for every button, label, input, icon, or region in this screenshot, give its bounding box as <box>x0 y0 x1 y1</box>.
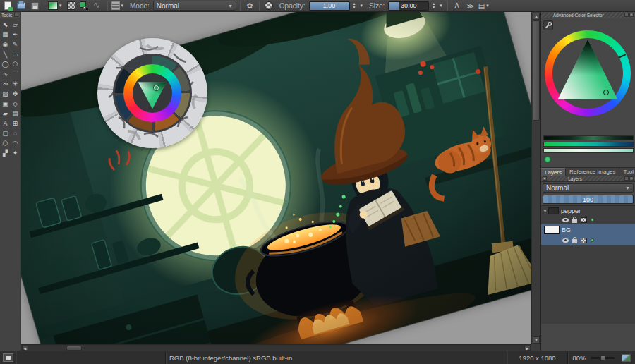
expand-group-icon[interactable]: ▾ <box>544 208 546 213</box>
float-docker-icon[interactable] <box>624 176 629 181</box>
workspace-chooser-button[interactable]: ▤▾ <box>478 1 490 11</box>
tool-freehand-brush[interactable]: ✎ <box>11 40 20 49</box>
tool-polyline[interactable]: ∿ <box>1 69 10 78</box>
toolbox-titlebar[interactable]: Tools <box>0 12 20 18</box>
open-document-button[interactable] <box>16 1 27 11</box>
layer-lock-icon[interactable] <box>572 219 577 223</box>
close-docker-icon[interactable]: ✕ <box>629 13 634 17</box>
layer-opacity-slider[interactable]: 100 <box>543 195 634 204</box>
color-selector-settings-button[interactable] <box>543 20 553 30</box>
tool-outline-select[interactable]: ◠ <box>11 138 20 147</box>
wrap-around-icon: ≫ <box>466 2 473 10</box>
wrap-around-mode-button[interactable]: ≫ <box>465 1 476 11</box>
layer-blending-mode-combobox[interactable]: Normal ▼ <box>543 183 634 193</box>
tool-ellipse-select[interactable]: ◌ <box>11 128 20 138</box>
tool-edit-shapes[interactable]: ▱ <box>11 20 20 29</box>
layer-row-pepper[interactable]: ▾ pepper <box>541 206 635 215</box>
brush-preset-icon <box>111 1 120 10</box>
layer-visibility-icon[interactable] <box>562 218 569 222</box>
collapse-docker-icon[interactable]: ▴ <box>543 176 547 181</box>
edit-brush-settings-button[interactable]: ▾ <box>111 1 126 11</box>
layer-visibility-icon[interactable] <box>562 238 569 243</box>
layer-alpha-icon[interactable] <box>581 217 587 223</box>
tool-select-shapes[interactable]: ⬉ <box>1 20 10 29</box>
float-docker-icon[interactable] <box>624 13 629 17</box>
last-used-color-button[interactable] <box>544 156 551 163</box>
scroll-right-icon[interactable]: ▶ <box>524 346 531 351</box>
pattern-chooser-button[interactable] <box>66 1 77 11</box>
fg-bg-color-button[interactable] <box>79 1 90 11</box>
sv-marker[interactable] <box>603 90 609 95</box>
chevron-down-icon[interactable]: ▾ <box>358 3 364 8</box>
tool-gradient[interactable]: ▤ <box>11 109 20 118</box>
vertical-scrollbar[interactable]: ▲ ▼ <box>531 12 540 344</box>
tool-perspective-grid[interactable]: ◇ <box>11 99 20 108</box>
tool-bezier-curve[interactable]: ⌒ <box>11 69 20 78</box>
layer-blend-value: Normal <box>546 184 569 192</box>
shade-strip-saturated[interactable] <box>543 142 634 147</box>
tab-tool-options[interactable]: Tool Options <box>619 168 635 176</box>
zoom-slider[interactable] <box>591 357 615 359</box>
advanced-color-selector-titlebar[interactable]: Advanced Color Selector ✕ <box>541 12 635 18</box>
tool-assistants[interactable]: ⊞ <box>11 119 20 128</box>
tool-crop[interactable]: ▣ <box>1 99 10 108</box>
layer-row-bg[interactable]: BG <box>541 224 635 245</box>
size-spinner[interactable]: ▲▼ <box>431 2 436 9</box>
tool-multibrush[interactable]: ✳ <box>11 79 20 88</box>
layer-thumbnail <box>544 226 560 234</box>
preserve-alpha-button[interactable] <box>263 1 274 11</box>
size-slider[interactable]: 30.00 <box>388 1 429 11</box>
palette-sv-triangle[interactable] <box>135 78 169 110</box>
tool-polygon-select[interactable]: ⬡ <box>1 138 10 147</box>
tool-freehand-path[interactable]: ∾ <box>1 79 10 88</box>
tool-polygon[interactable]: ⬠ <box>11 59 20 68</box>
vertical-scroll-thumb[interactable] <box>533 20 540 121</box>
float-docker-icon[interactable] <box>14 13 18 17</box>
selection-indicator-icon[interactable] <box>3 353 13 362</box>
layers-titlebar[interactable]: ▴ Layers ✕ <box>541 176 635 182</box>
scroll-down-icon[interactable]: ▼ <box>533 336 540 344</box>
opacity-label: Opacity: <box>279 2 306 10</box>
horizontal-scrollbar[interactable]: ◀ ▶ <box>21 344 531 351</box>
tool-rect-select[interactable]: ▢ <box>1 128 10 138</box>
gradient-chooser-button[interactable]: ▾ <box>48 1 64 11</box>
canvas-area[interactable] <box>21 12 531 344</box>
tool-contiguous-select[interactable]: ▞ <box>1 148 10 157</box>
tool-color-sampler[interactable]: ◉ <box>1 40 10 49</box>
color-wheel[interactable] <box>545 30 631 116</box>
scroll-up-icon[interactable]: ▲ <box>533 13 540 20</box>
tab-reference-images[interactable]: Reference Images <box>566 168 619 176</box>
palette-color-marker[interactable] <box>154 85 159 90</box>
tool-text[interactable]: A <box>1 119 10 128</box>
zoom-slider-handle[interactable] <box>600 355 605 361</box>
tool-rectangle[interactable]: ▭ <box>11 49 20 59</box>
blending-mode-combobox[interactable]: Normal ▼ <box>153 1 236 11</box>
layer-alpha-icon[interactable] <box>581 238 587 243</box>
tool-move[interactable]: ✥ <box>11 89 20 98</box>
tool-similar-select[interactable]: ✦ <box>11 148 20 157</box>
horizontal-scroll-thumb[interactable] <box>66 346 82 351</box>
save-document-button[interactable] <box>29 1 40 11</box>
close-docker-icon[interactable]: ✕ <box>629 176 634 181</box>
mirror-view-button[interactable]: Λ <box>452 1 463 11</box>
shade-strip-light[interactable] <box>543 148 634 153</box>
canvas-preview-icon[interactable] <box>622 354 631 362</box>
tool-pattern-edit[interactable]: ▦ <box>1 30 10 39</box>
opacity-spinner[interactable]: ▲▼ <box>352 2 357 9</box>
opacity-slider[interactable]: 1.00 <box>309 1 350 11</box>
layer-lock-icon[interactable] <box>572 239 577 243</box>
tool-line[interactable]: ╲ <box>1 49 10 59</box>
tool-fill[interactable]: ▰ <box>1 109 10 118</box>
scroll-left-icon[interactable]: ◀ <box>22 346 28 351</box>
reload-preset-button[interactable]: ✿ <box>244 1 255 11</box>
new-document-button[interactable] <box>2 1 13 11</box>
tool-calligraphy[interactable]: ✒ <box>11 30 20 39</box>
tool-transform[interactable]: ▧ <box>1 89 10 98</box>
tool-ellipse[interactable]: ◯ <box>1 59 10 68</box>
curve-option-button[interactable] <box>92 1 104 11</box>
chevron-down-icon[interactable]: ▾ <box>438 3 444 8</box>
shade-strip-dark[interactable] <box>543 135 634 140</box>
toolbar-separator <box>240 1 241 11</box>
tab-layers[interactable]: Layers <box>541 168 566 176</box>
popup-palette[interactable] <box>97 38 207 148</box>
